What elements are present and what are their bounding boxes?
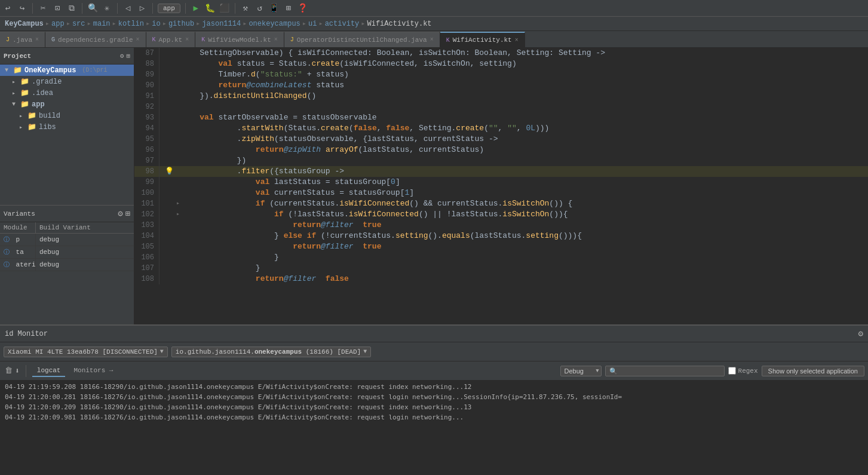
tab-wifiactivity[interactable]: K WifiActivity.kt × — [440, 32, 525, 47]
tab-appkt-close[interactable]: × — [185, 36, 189, 43]
bc-jason1114[interactable]: jason1114 — [201, 20, 242, 28]
code-line-106: 106 } — [134, 252, 868, 263]
variants-layout-icon[interactable]: ⊞ — [125, 209, 130, 219]
tab-operatordistinct[interactable]: J OperatorDistinctUntilChanged.java × — [284, 32, 440, 47]
build-arrow: ▸ — [19, 112, 25, 119]
tree-libs[interactable]: ▸ 📁 libs — [0, 121, 134, 133]
variants-table: Module Build Variant ⓘ p debug ⓘ ta debu… — [0, 222, 134, 324]
toolbar: ↩ ↪ ✂ ⊡ ⧉ 🔍 ✳ ◁ ▷ app ▶ 🐛 ⬛ ⚒ ↺ 📱 ⊞ ❓ — [0, 0, 868, 17]
logcat-toolbar: 🗑 ⬇ logcat Monitors → Debug Verbose Info… — [0, 361, 868, 381]
gradle-icon: G — [51, 36, 55, 43]
project-root[interactable]: ▼ 📁 OneKeyCampus (D:\pri — [0, 65, 134, 76]
copy-icon[interactable]: ⊡ — [52, 3, 63, 14]
bc-app[interactable]: app — [50, 20, 66, 28]
tab-opdist-close[interactable]: × — [430, 36, 434, 43]
vr-module-1: ⓘ ta — [0, 246, 36, 258]
bc-ui[interactable]: ui — [307, 20, 318, 28]
bc-main[interactable]: main — [92, 20, 112, 28]
android-monitor: id Monitor ⚙ Xiaomi MI 4LTE 13ea6b78 [DI… — [0, 324, 868, 456]
show-selected-button[interactable]: Show only selected application — [762, 366, 864, 376]
undo-icon[interactable]: ↩ — [2, 3, 13, 14]
vr-info-icon-2[interactable]: ⓘ — [4, 262, 10, 268]
paste-icon[interactable]: ⧉ — [66, 3, 77, 14]
gradle-arrow: ▸ — [12, 78, 18, 85]
run-icon[interactable]: ▶ — [191, 3, 201, 14]
stop-icon[interactable]: ⬛ — [219, 3, 230, 14]
gradle-label: .gradle — [32, 78, 62, 86]
monitors-tab[interactable]: Monitors → — [69, 365, 118, 377]
tree-idea[interactable]: ▸ 📁 .idea — [0, 87, 134, 99]
tree-app[interactable]: ▼ 📁 app — [0, 99, 134, 110]
app-label: app — [32, 100, 45, 109]
root-path: (D:\pri — [78, 67, 107, 73]
log-content[interactable]: 04-19 21:19:59.208 18166-18290/io.github… — [0, 381, 868, 456]
sep5 — [185, 3, 186, 14]
regex-checkbox[interactable] — [728, 367, 736, 375]
libs-folder-icon: 📁 — [27, 122, 36, 131]
sync-icon[interactable]: ↺ — [254, 3, 265, 14]
bc-wifiactivity[interactable]: WifiActivity.kt — [366, 20, 433, 28]
main-area: Project ⚙ ⊞ ▼ 📁 OneKeyCampus (D:\pri ▸ 📁… — [0, 48, 868, 324]
vr-variant-0[interactable]: debug — [36, 234, 134, 245]
vr-info-icon-0[interactable]: ⓘ — [4, 237, 10, 243]
regex-checkbox-label[interactable]: Regex — [728, 367, 758, 375]
code-line-99: 99 val lastStatus = statusGroup[0] — [134, 177, 868, 188]
debug-icon[interactable]: 🐛 — [205, 3, 216, 14]
tab-java-label: .java — [13, 36, 32, 44]
cut-icon[interactable]: ✂ — [38, 3, 48, 14]
redo-icon[interactable]: ↪ — [17, 3, 27, 14]
app-badge[interactable]: app — [158, 4, 180, 13]
logcat-clear-icon[interactable]: 🗑 — [4, 365, 14, 376]
search-icon[interactable]: 🔍 — [87, 3, 98, 14]
tab-gradle-close[interactable]: × — [136, 36, 139, 43]
code-line-90: 90 return@combineLatest status — [134, 80, 868, 91]
bc-activity[interactable]: activity — [324, 20, 361, 28]
bc-src[interactable]: src — [71, 20, 87, 28]
tab-java[interactable]: J .java × — [0, 32, 45, 47]
bulb-icon[interactable]: 💡 — [163, 166, 175, 177]
tree-build[interactable]: ▸ 📁 build — [0, 110, 134, 121]
replace-icon[interactable]: ✳ — [102, 3, 112, 14]
tab-java-close[interactable]: × — [35, 36, 39, 43]
code-line-92: 92 — [134, 102, 868, 112]
back-icon[interactable]: ◁ — [122, 3, 133, 14]
bc-github[interactable]: github — [167, 20, 195, 28]
log-line-2: 04-19 21:20:09.209 18166-18290/io.github… — [0, 402, 868, 412]
tab-appkt-label: App.kt — [159, 36, 183, 44]
code-area[interactable]: 87 SettingObservable) { isWifiConnected:… — [134, 48, 868, 324]
vr-info-icon-1[interactable]: ⓘ — [4, 249, 10, 256]
vr-variant-2[interactable]: debug — [36, 259, 134, 270]
build-icon[interactable]: ⚒ — [240, 3, 251, 14]
logcat-search-input[interactable] — [605, 366, 725, 376]
tabs-bar: J .java × G dependencies.gradle × K App.… — [0, 31, 868, 48]
tab-wifiviewmodel-close[interactable]: × — [274, 36, 278, 43]
help-icon[interactable]: ❓ — [297, 3, 308, 14]
code-line-88: 88 val status = Status.create(isWifiConn… — [134, 59, 868, 69]
tab-gradle[interactable]: G dependencies.gradle × — [45, 32, 146, 47]
avd-icon[interactable]: 📱 — [269, 3, 280, 14]
code-line-89: 89 Timber.d("status:" + status) — [134, 69, 868, 80]
project-gear-icon[interactable]: ⚙ — [120, 52, 124, 60]
project-layout-icon[interactable]: ⊞ — [126, 52, 130, 60]
process-selector[interactable]: io.github.jason1114.onekeycampus (18166)… — [171, 347, 371, 357]
monitor-gear-icon[interactable]: ⚙ — [858, 329, 863, 339]
bc-kotlin[interactable]: kotlin — [117, 20, 145, 28]
vr-variant-1[interactable]: debug — [36, 247, 134, 258]
bc-io[interactable]: io — [151, 20, 161, 28]
device-selector[interactable]: Xiaomi MI 4LTE 13ea6b78 [DISCONNECTED] ▼ — [4, 347, 168, 357]
variants-gear-icon[interactable]: ⚙ — [118, 209, 122, 219]
logcat-scroll-icon[interactable]: ⬇ — [14, 365, 21, 377]
logcat-tab[interactable]: logcat — [32, 365, 66, 377]
forward-icon[interactable]: ▷ — [137, 3, 148, 14]
sdk-icon[interactable]: ⊞ — [283, 3, 294, 14]
bc-keycampus[interactable]: KeyCampus — [4, 20, 45, 28]
debug-level-select[interactable]: Debug Verbose Info Warn Error Assert — [560, 366, 602, 376]
bc-onekeycampus[interactable]: onekeycampus — [247, 20, 301, 28]
tab-wifiviewmodel-label: WifiViewModel.kt — [208, 36, 271, 44]
tree-gradle[interactable]: ▸ 📁 .gradle — [0, 76, 134, 87]
process-dropdown-arrow: ▼ — [363, 348, 367, 355]
code-line-87: 87 SettingObservable) { isWifiConnected:… — [134, 48, 868, 59]
tab-wifiactivity-close[interactable]: × — [515, 37, 519, 44]
tab-wifiviewmodel[interactable]: K WifiViewModel.kt × — [195, 32, 284, 47]
tab-appkt[interactable]: K App.kt × — [146, 32, 196, 47]
